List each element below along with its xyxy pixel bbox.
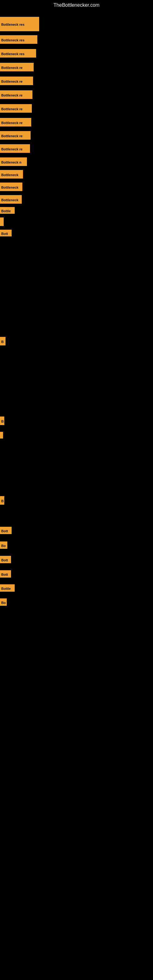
bottleneck-label-2: Bottleneck res (0, 35, 37, 44)
bottleneck-label-4: Bottleneck re (0, 63, 33, 72)
bottleneck-label-8: Bottleneck re (0, 118, 31, 126)
bottleneck-label-21: B (0, 496, 4, 505)
bottleneck-label-11: Bottleneck n (0, 158, 27, 166)
bottleneck-label-9: Bottleneck re (0, 131, 30, 140)
bottleneck-label-15: Bottle (0, 207, 15, 214)
bottleneck-label-20 (0, 432, 3, 439)
bottleneck-label-5: Bottleneck re (0, 76, 33, 85)
bottleneck-label-10: Bottleneck re (0, 144, 30, 153)
bottleneck-label-22: Bott (0, 527, 12, 534)
bottleneck-label-12: Bottleneck (0, 170, 23, 178)
bottleneck-label-26: Bottle (0, 584, 15, 592)
bottleneck-label-19: B (0, 417, 4, 425)
bottleneck-label-27: Bo (0, 598, 7, 606)
site-title: TheBottlenecker.com (0, 0, 153, 10)
bottleneck-label-25: Bott (0, 570, 11, 578)
bottleneck-label-3: Bottleneck res (0, 49, 36, 57)
bottleneck-label-13: Bottleneck (0, 183, 22, 191)
bottleneck-label-24: Bott (0, 556, 11, 563)
bottleneck-label-17: Bott (0, 230, 12, 236)
bottleneck-label-18: B (0, 337, 5, 345)
bottleneck-label-7: Bottleneck re (0, 104, 32, 113)
bottleneck-label-16 (0, 218, 4, 226)
bottleneck-label-14: Bottleneck (0, 195, 22, 204)
bottleneck-label-23: Bo (0, 541, 7, 549)
bottleneck-label-6: Bottleneck re (0, 90, 32, 99)
bottleneck-label-1: Bottleneck res (0, 17, 39, 31)
